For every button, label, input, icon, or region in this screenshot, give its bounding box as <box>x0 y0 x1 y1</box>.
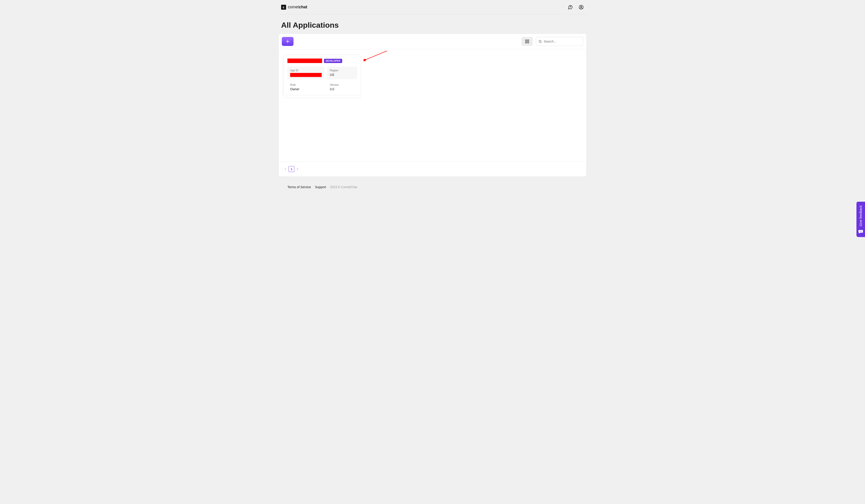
svg-rect-5 <box>526 40 527 41</box>
page-next[interactable] <box>296 167 299 171</box>
pagination: 1 <box>279 161 586 176</box>
page-1[interactable]: 1 <box>289 166 295 172</box>
svg-line-11 <box>366 51 387 59</box>
svg-rect-6 <box>528 40 529 41</box>
svg-point-12 <box>860 231 860 231</box>
add-app-button[interactable] <box>282 37 293 46</box>
meta-region-value: US <box>330 73 355 77</box>
svg-point-0 <box>570 8 570 8</box>
meta-version: Version 3.0 <box>327 82 357 91</box>
meta-role-value: Owner <box>290 87 322 91</box>
grid-view-toggle[interactable] <box>521 37 533 46</box>
search-icon <box>538 39 542 44</box>
svg-rect-8 <box>528 42 529 43</box>
cards-area: DEVELOPER App ID Region US Role <box>279 49 586 161</box>
footer-support-link[interactable]: Support <box>315 185 326 189</box>
svg-point-13 <box>861 231 861 231</box>
applications-panel: DEVELOPER App ID Region US Role <box>278 34 587 177</box>
feedback-tab[interactable]: Give feedback <box>856 202 865 237</box>
footer-terms-link[interactable]: Terms of Service <box>287 185 311 189</box>
app-id-redacted <box>290 73 322 77</box>
account-icon[interactable] <box>578 4 584 10</box>
svg-line-10 <box>541 42 542 43</box>
footer: Terms of Service Support 2023 © CometCha… <box>278 182 587 192</box>
header: c cometchat <box>278 0 587 14</box>
logo-text: cometchat <box>288 5 307 10</box>
meta-role-label: Role <box>290 83 322 86</box>
toolbar <box>279 34 586 49</box>
meta-region: Region US <box>327 67 357 79</box>
logo-mark: c <box>281 5 286 10</box>
footer-copyright: 2023 © CometChat <box>330 185 357 189</box>
page-title: All Applications <box>278 14 587 34</box>
chat-bubble-icon <box>858 230 863 234</box>
header-actions <box>568 4 584 10</box>
meta-app-id-label: App ID <box>290 69 322 72</box>
help-icon[interactable] <box>568 4 573 10</box>
page-prev[interactable] <box>285 167 287 171</box>
svg-point-2 <box>580 6 582 7</box>
app-name-redacted <box>287 59 322 63</box>
plan-badge: DEVELOPER <box>324 59 342 63</box>
chevron-right-icon <box>296 167 299 171</box>
meta-app-id: App ID <box>287 67 324 79</box>
meta-version-label: Version <box>330 83 355 86</box>
annotation-arrow <box>364 50 388 61</box>
meta-region-label: Region <box>330 69 355 72</box>
app-card[interactable]: DEVELOPER App ID Region US Role <box>284 55 361 95</box>
svg-point-14 <box>861 231 862 231</box>
feedback-label: Give feedback <box>859 205 863 226</box>
logo-text-prefix: comet <box>288 5 299 9</box>
meta-version-value: 3.0 <box>330 87 355 91</box>
logo-text-suffix: chat <box>299 5 307 9</box>
plus-icon <box>285 39 290 44</box>
search-field[interactable] <box>536 37 583 46</box>
meta-role: Role Owner <box>287 82 324 91</box>
grid-icon <box>525 39 529 44</box>
svg-point-9 <box>539 40 541 42</box>
logo-mark-letter: c <box>283 5 285 9</box>
svg-rect-7 <box>526 42 527 43</box>
search-input[interactable] <box>544 39 581 43</box>
chevron-left-icon <box>285 167 287 171</box>
logo[interactable]: c cometchat <box>281 5 307 10</box>
